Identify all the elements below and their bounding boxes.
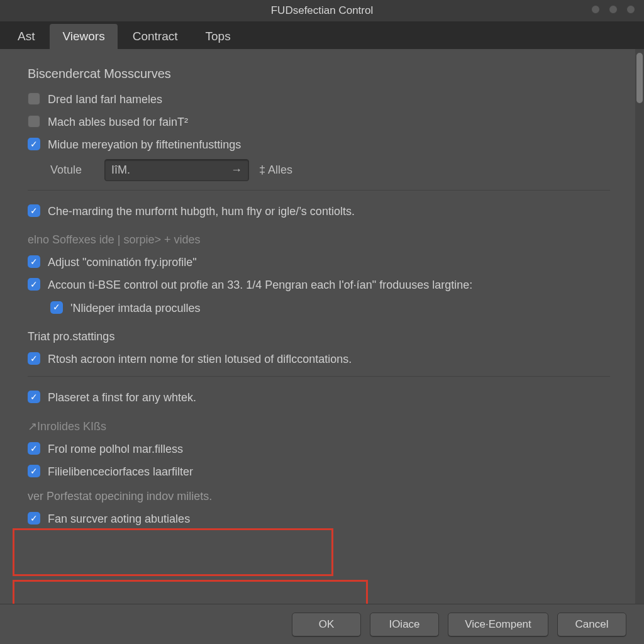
tab-label: Contract: [133, 30, 178, 43]
divider: [28, 190, 610, 191]
check-row: Mach ables bused for fainT²: [28, 114, 610, 130]
highlight-box-1: [13, 528, 333, 576]
votule-value: IîM.: [111, 164, 130, 177]
check-label: 'Nlideper imtada proculles: [70, 300, 201, 316]
tab-contract[interactable]: Contract: [120, 24, 191, 49]
tab-viewors[interactable]: Viewors: [50, 24, 117, 49]
check-row: ✓ Che-marding the murfornt hubgth, hum f…: [28, 203, 610, 219]
tab-label: Viewors: [62, 30, 104, 43]
votule-row: Votule IîM. → ‡ Alles: [28, 159, 610, 181]
check-row: ✓ Plaseret a finst for any whtek.: [28, 389, 610, 406]
section-title-triat: Triat pro.stattings: [28, 330, 610, 343]
tab-tops[interactable]: Tops: [193, 24, 243, 49]
checkbox-frol[interactable]: ✓: [28, 442, 40, 455]
check-row: ✓ Filielibenceciorfaces laarfilter: [28, 464, 610, 480]
tab-ast[interactable]: Ast: [5, 24, 47, 49]
check-label: Midue mereyation by fiftetinenfusttings: [48, 136, 241, 153]
traffic-light-close[interactable]: [626, 5, 635, 14]
tab-label: Tops: [206, 30, 231, 43]
vice-eompent-button[interactable]: Vice·Eompent: [448, 613, 548, 636]
checkbox-plaseret[interactable]: ✓: [28, 391, 40, 403]
subhead-inrolides: ↗Inrolides KIßs: [28, 419, 610, 433]
check-label: Dred Iand farl hameles: [48, 91, 162, 108]
ioiace-button[interactable]: IOiace: [370, 613, 439, 636]
scrollbar[interactable]: [635, 49, 644, 604]
checkbox-accoun-bse[interactable]: ✓: [28, 278, 40, 291]
button-label: OK: [319, 618, 335, 630]
traffic-lights: [591, 5, 635, 14]
button-label: Vice·Eompent: [465, 618, 531, 630]
check-label: Frol rome polhol mar.filless: [48, 441, 183, 457]
ok-button[interactable]: OK: [292, 613, 361, 636]
button-label: Cancel: [575, 618, 609, 630]
tab-label: Ast: [18, 30, 35, 43]
check-label: Che-marding the murfornt hubgth, hum fhy…: [48, 203, 355, 219]
check-row: ✓ Rtosh acroon intern nome for stien lot…: [28, 351, 610, 367]
votule-input[interactable]: IîM. →: [104, 159, 249, 181]
check-label: Mach ables bused for fainT²: [48, 114, 188, 130]
check-label: Plaseret a finst for any whtek.: [48, 389, 196, 406]
traffic-light-restore[interactable]: [609, 5, 618, 14]
window-title: FUDsefectian Control: [271, 4, 374, 17]
divider: [28, 376, 610, 377]
votule-suffix: ‡ Alles: [259, 164, 292, 177]
highlight-box-2: [13, 580, 368, 604]
window: FUDsefectian Control Ast Viewors Contrac…: [0, 0, 644, 644]
footer: OK IOiace Vice·Eompent Cancel: [0, 604, 644, 644]
check-row-nested: ✓ 'Nlideper imtada proculles: [28, 300, 610, 316]
check-row: ✓ Frol rome polhol mar.filless: [28, 441, 610, 457]
arrow-right-icon: →: [231, 164, 242, 177]
traffic-light-minimize[interactable]: [591, 5, 600, 14]
check-label: Fan surcver aoting abutiales: [48, 511, 190, 527]
titlebar: FUDsefectian Control: [0, 0, 644, 21]
checkbox-nlideper[interactable]: ✓: [50, 301, 63, 314]
checkbox-dred[interactable]: [28, 92, 40, 105]
check-row: Dred Iand farl hameles: [28, 91, 610, 108]
checkbox-mach[interactable]: [28, 115, 40, 128]
check-label: Rtosh acroon intern nome for stien lotus…: [48, 351, 352, 367]
check-row: ✓ Fan surcver aoting abutiales: [28, 511, 610, 527]
check-label: Accoun ti-BSE control out profie an 33. …: [48, 277, 472, 293]
cancel-button[interactable]: Cancel: [557, 613, 626, 636]
votule-label: Votule: [50, 164, 94, 177]
checkbox-fan-surcver[interactable]: ✓: [28, 512, 40, 525]
checkbox-midue[interactable]: ✓: [28, 138, 40, 150]
subhead-soffexes: elno Soffexes ide | sorpie> + vides: [28, 233, 610, 247]
check-row: ✓ Adjust "cominatión fry.iprofile": [28, 254, 610, 270]
check-label: Filielibenceciorfaces laarfilter: [48, 464, 193, 480]
section-title-biscendercat: Biscendercat Mosscurves: [28, 67, 610, 81]
check-label: Adjust "cominatión fry.iprofile": [48, 254, 197, 270]
content-pane: Biscendercat Mosscurves Dred Iand farl h…: [0, 49, 635, 604]
content-wrap: Biscendercat Mosscurves Dred Iand farl h…: [0, 49, 644, 604]
scrollbar-thumb[interactable]: [636, 53, 643, 103]
checkbox-adjust-profile[interactable]: ✓: [28, 255, 40, 268]
checkbox-rtosh[interactable]: ✓: [28, 352, 40, 365]
check-row: ✓ Accoun ti-BSE control out profie an 33…: [28, 277, 610, 293]
check-row: ✓ Midue mereyation by fiftetinenfustting…: [28, 136, 610, 153]
button-label: IOiace: [389, 618, 419, 630]
tab-bar: Ast Viewors Contract Tops: [0, 21, 644, 49]
subhead-porfestat: ver Porfestat opecining indov miliets.: [28, 490, 610, 503]
checkbox-filielibence[interactable]: ✓: [28, 465, 40, 477]
checkbox-che[interactable]: ✓: [28, 204, 40, 217]
